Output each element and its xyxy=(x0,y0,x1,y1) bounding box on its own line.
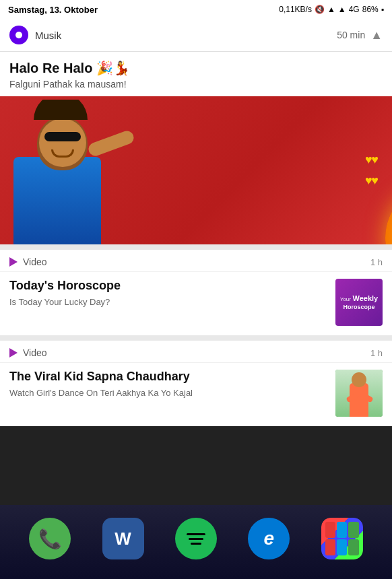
arm-shape xyxy=(87,129,136,158)
phone-app-icon[interactable]: 📞 xyxy=(29,518,71,559)
sapna-play-icon xyxy=(9,348,18,357)
your-label: Your xyxy=(340,296,351,302)
sapna-content: The Viral Kid Sapna Chaudhary Watch Girl… xyxy=(0,363,392,426)
sapna-title: The Viral Kid Sapna Chaudhary xyxy=(9,370,329,384)
hair-shape xyxy=(34,100,88,120)
music-icon-inner xyxy=(15,32,22,38)
status-date: Samstag, 13. Oktober xyxy=(8,5,98,15)
grid-cell-3 xyxy=(348,522,358,538)
main-content: Musik 50 min ▲ Halo Re Halo 🎉💃 Falguni P… xyxy=(0,19,392,426)
status-bar: Samstag, 13. Oktober 0,11KB/s 🔇 ▲ ▲ 4G 8… xyxy=(0,0,392,19)
grid-cell-1 xyxy=(325,522,335,538)
edge-letter: e xyxy=(264,528,275,549)
grid-cell-2 xyxy=(337,522,347,538)
apps-grid-icon[interactable] xyxy=(321,518,363,559)
horoscope-info: Today's Horoscope Is Today Your Lucky Da… xyxy=(9,279,335,307)
spotify-line-2 xyxy=(189,538,203,540)
music-app-icon xyxy=(9,26,28,44)
spotify-lines xyxy=(187,533,205,545)
horoscope-title: Today's Horoscope xyxy=(9,279,329,293)
heart-left-bottom: ♥ xyxy=(365,153,372,167)
signal-icon: ▲ xyxy=(338,5,346,14)
horoscope-thumbnail[interactable]: Your Weekly Horoscope xyxy=(335,279,383,326)
expand-icon[interactable]: ▲ xyxy=(370,28,383,42)
heart-right-top: ♥ xyxy=(371,174,379,188)
spotify-line-3 xyxy=(191,543,201,545)
music-duration: 50 min xyxy=(337,30,365,40)
edge-app-icon[interactable]: e xyxy=(248,518,290,559)
face-shape xyxy=(39,118,86,167)
grid-cell-6 xyxy=(348,539,358,555)
music-bar[interactable]: Musik 50 min ▲ xyxy=(0,19,392,52)
sapna-thumbnail[interactable] xyxy=(335,370,383,417)
horoscope-type-label: Video xyxy=(23,257,47,267)
video-header-left: Video xyxy=(9,257,47,267)
bottom-navigation: 📞 W e xyxy=(0,505,392,579)
mute-icon: 🔇 xyxy=(315,5,325,14)
horoscope-subtitle: Is Today Your Lucky Day? xyxy=(9,297,329,307)
horoscope-card[interactable]: Video 1 h Today's Horoscope Is Today You… xyxy=(0,250,392,335)
dance-head xyxy=(352,372,366,387)
separator-1 xyxy=(0,244,392,250)
music-bar-right: 50 min ▲ xyxy=(337,28,383,42)
sapna-duration: 1 h xyxy=(370,348,383,358)
wifi-icon: ▲ xyxy=(327,5,335,14)
song-subtitle: Falguni Pathak ka mausam! xyxy=(9,79,383,90)
horoscope-duration: 1 h xyxy=(370,257,383,267)
grid-icon-inner xyxy=(321,518,363,559)
horoscope-thumb-text: Your Weekly Horoscope xyxy=(338,294,380,311)
network-type: 4G xyxy=(349,5,360,14)
battery-level: 86% xyxy=(362,5,379,14)
sapna-info: The Viral Kid Sapna Chaudhary Watch Girl… xyxy=(9,370,335,398)
spotify-line-1 xyxy=(187,533,205,535)
sapna-header-left: Video xyxy=(9,347,47,358)
heart-right-bottom: ♥ xyxy=(371,153,379,167)
music-label: Musik xyxy=(35,30,61,41)
battery-icon: ▪ xyxy=(381,5,384,14)
network-speed: 0,11KB/s xyxy=(279,5,312,14)
smile xyxy=(51,149,74,158)
sapna-thumb-bg xyxy=(335,370,383,417)
song-title: Halo Re Halo 🎉💃 xyxy=(9,60,383,76)
horoscope-content: Today's Horoscope Is Today Your Lucky Da… xyxy=(0,272,392,335)
grid-cell-4 xyxy=(325,539,335,555)
spotify-app-icon[interactable] xyxy=(175,518,217,559)
banner-person-area xyxy=(0,100,141,244)
sapna-type-label: Video xyxy=(23,347,47,358)
song-section: Halo Re Halo 🎉💃 Falguni Pathak ka mausam… xyxy=(0,52,392,90)
separator-2 xyxy=(0,335,392,341)
video-play-icon xyxy=(9,257,18,267)
music-banner[interactable]: ♥ ♥ ♥ ♥ ♥ ♥ DANDIYA QUEEN FALGUNI PATHAK xyxy=(0,96,392,244)
grid-cell-5 xyxy=(337,539,347,555)
sapna-subtitle: Watch Girl's Dance On Teri Aakhya Ka Yo … xyxy=(9,388,329,398)
sapna-video-header: Video 1 h xyxy=(0,341,392,363)
heart-left-top: ♥ xyxy=(365,174,372,188)
horoscope-video-header: Video 1 h xyxy=(0,250,392,272)
word-letter: W xyxy=(115,529,131,549)
sunglasses xyxy=(44,132,81,141)
word-app-icon[interactable]: W xyxy=(102,518,144,559)
phone-icon: 📞 xyxy=(38,528,62,550)
horoscope-label: Horoscope xyxy=(343,304,374,310)
weekly-label: Weekly xyxy=(352,294,378,302)
sapna-card[interactable]: Video 1 h The Viral Kid Sapna Chaudhary … xyxy=(0,341,392,426)
status-right: 0,11KB/s 🔇 ▲ ▲ 4G 86% ▪ xyxy=(279,5,384,14)
music-bar-left: Musik xyxy=(9,26,61,44)
mandala-circle: DANDIYA QUEEN FALGUNI PATHAK xyxy=(385,184,392,244)
